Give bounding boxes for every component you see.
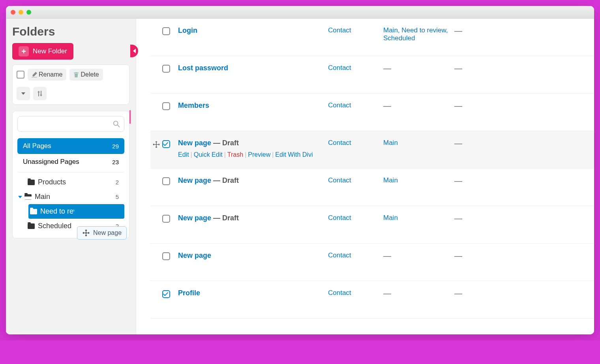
draft-label: — Draft <box>211 139 239 147</box>
pencil-icon <box>32 72 37 77</box>
app-body: Folders + New Folder Rename Delete <box>6 19 594 334</box>
row-checkbox[interactable] <box>162 102 170 110</box>
folder-icon <box>28 223 35 229</box>
nav-unassigned[interactable]: Unassigned Pages 23 <box>17 154 124 170</box>
preview-link[interactable]: Preview <box>248 151 270 158</box>
categories-cell: — <box>383 64 454 73</box>
row-checkbox[interactable] <box>162 140 170 148</box>
row-checkbox[interactable] <box>162 27 170 35</box>
rename-button[interactable]: Rename <box>28 69 66 81</box>
svg-line-1 <box>118 125 120 127</box>
author-link[interactable]: Contact <box>328 26 351 34</box>
page-title-link[interactable]: Lost password <box>178 64 228 72</box>
folder-products[interactable]: Products 2 <box>17 175 124 190</box>
draft-label: — Draft <box>211 176 239 184</box>
table-row: New pageContact—— <box>150 244 594 281</box>
nav-all-pages-count: 29 <box>112 143 119 150</box>
new-folder-button[interactable]: + New Folder <box>12 43 73 60</box>
sidebar-title: Folders <box>12 25 129 38</box>
table-row: ProfileContact—— <box>150 281 594 319</box>
categories-cell: — <box>383 289 454 298</box>
page-title-link[interactable]: Members <box>178 101 209 109</box>
minimize-window-icon[interactable] <box>19 10 23 15</box>
row-actions: Edit|Quick Edit|Trash|Preview|Edit With … <box>178 151 328 158</box>
author-link[interactable]: Contact <box>328 176 351 184</box>
folder-main-label: Main <box>35 193 50 201</box>
row-checkbox[interactable] <box>162 252 170 260</box>
empty-dash: — <box>383 289 391 298</box>
page-title-link[interactable]: New page <box>178 251 211 259</box>
move-icon <box>82 229 90 237</box>
empty-dash: — <box>454 251 462 260</box>
drag-ghost-label: New page <box>93 229 122 236</box>
quick-edit-link[interactable]: Quick Edit <box>194 151 223 158</box>
folder-main[interactable]: Main 5 <box>17 190 124 204</box>
table-row: Lost passwordContact—— <box>150 56 594 94</box>
rename-label: Rename <box>39 71 62 78</box>
maximize-window-icon[interactable] <box>26 10 31 15</box>
categories-cell: Main <box>383 176 454 184</box>
edit-link[interactable]: Edit <box>178 151 189 158</box>
resize-rail[interactable] <box>129 110 131 124</box>
category-link[interactable]: Main <box>383 214 398 221</box>
folder-search-input[interactable] <box>17 116 124 132</box>
page-title-link[interactable]: New page <box>178 176 211 184</box>
categories-cell: Main <box>383 139 454 147</box>
nav-unassigned-label: Unassigned Pages <box>23 158 79 166</box>
plus-icon: + <box>19 46 29 56</box>
nav-all-pages[interactable]: All Pages 29 <box>17 138 124 154</box>
author-link[interactable]: Contact <box>328 64 351 71</box>
folder-icon <box>28 180 35 185</box>
sort-icon <box>38 91 42 96</box>
folder-need-to-review[interactable]: Need to review <box>28 204 124 219</box>
empty-dash: — <box>454 214 462 223</box>
folder-products-count: 2 <box>116 179 123 186</box>
edit-divi-link[interactable]: Edit With Divi <box>275 151 313 158</box>
author-link[interactable]: Contact <box>328 139 351 146</box>
page-title-link[interactable]: Profile <box>178 289 200 297</box>
drag-ghost: New page <box>77 226 127 240</box>
caret-down-icon[interactable] <box>18 196 22 198</box>
category-link[interactable]: Main <box>383 176 398 184</box>
category-link[interactable]: Main <box>383 139 398 146</box>
move-icon[interactable] <box>152 141 160 148</box>
empty-dash: — <box>454 64 462 73</box>
new-folder-label: New Folder <box>33 47 67 55</box>
trash-link[interactable]: Trash <box>227 151 243 158</box>
empty-dash: — <box>454 289 462 298</box>
sort-button[interactable] <box>33 87 47 100</box>
folder-icon <box>30 209 37 214</box>
categories-cell: — <box>383 251 454 261</box>
select-all-folders-checkbox[interactable] <box>17 71 24 79</box>
folder-panel: All Pages 29 Unassigned Pages 23 Product… <box>12 111 129 238</box>
empty-dash: — <box>383 64 391 73</box>
author-link[interactable]: Contact <box>328 251 351 259</box>
page-title-link[interactable]: New page <box>178 214 211 222</box>
arrow-left-icon <box>133 49 136 53</box>
window-controls <box>11 10 31 15</box>
author-link[interactable]: Contact <box>328 214 351 221</box>
row-checkbox[interactable] <box>162 65 170 73</box>
app-window: Folders + New Folder Rename Delete <box>6 6 594 334</box>
close-window-icon[interactable] <box>11 10 15 15</box>
folder-main-count: 5 <box>116 193 123 200</box>
expand-button[interactable] <box>17 87 30 100</box>
table-row: MembersContact—— <box>150 94 594 131</box>
nav-unassigned-count: 23 <box>112 159 119 165</box>
empty-dash: — <box>454 101 462 110</box>
folder-products-label: Products <box>38 178 66 186</box>
row-checkbox[interactable] <box>162 215 170 223</box>
page-title-link[interactable]: Login <box>178 26 197 34</box>
folder-need-to-review-label: Need to review <box>40 207 74 216</box>
nav-all-pages-label: All Pages <box>23 142 51 150</box>
row-checkbox[interactable] <box>162 177 170 185</box>
delete-button[interactable]: Delete <box>69 69 103 81</box>
table-row: New page — DraftContactMain— <box>150 169 594 206</box>
trash-icon <box>73 72 79 77</box>
author-link[interactable]: Contact <box>328 289 351 296</box>
page-title-link[interactable]: New page <box>178 139 211 147</box>
row-checkbox[interactable] <box>162 290 170 298</box>
empty-dash: — <box>454 176 462 185</box>
author-link[interactable]: Contact <box>328 101 351 109</box>
category-link[interactable]: Main, Need to review, Scheduled <box>383 26 448 42</box>
